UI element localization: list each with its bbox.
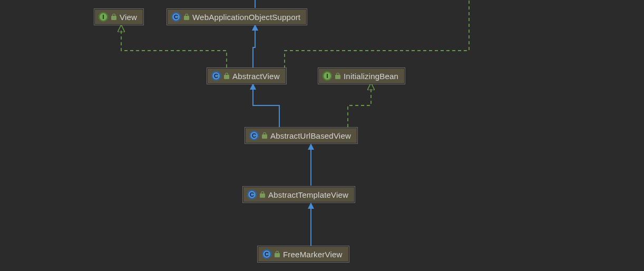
node-label: WebApplicationObjectSupport xyxy=(192,13,300,22)
node-label: View xyxy=(120,13,137,22)
node-label: FreeMarkerView xyxy=(283,250,343,259)
node-view[interactable]: I View xyxy=(94,8,144,25)
class-icon: C xyxy=(171,12,181,22)
node-abstract-view[interactable]: C AbstractView xyxy=(207,67,287,84)
node-abstract-url-based-view[interactable]: C AbstractUrlBasedView xyxy=(245,127,358,144)
interface-icon: I xyxy=(99,12,108,22)
node-label: AbstractTemplateView xyxy=(268,190,348,199)
class-diagram-canvas[interactable]: I View C WebApplicationObjectSupport C A… xyxy=(0,0,644,271)
lock-icon xyxy=(275,251,280,257)
class-icon: C xyxy=(262,249,271,259)
node-initializing-bean[interactable]: I InitializingBean xyxy=(318,67,405,84)
lock-icon xyxy=(335,73,340,79)
lock-icon xyxy=(224,73,229,79)
lock-icon xyxy=(262,132,267,139)
class-icon: C xyxy=(249,131,259,140)
lock-icon xyxy=(260,191,265,198)
node-label: AbstractView xyxy=(232,72,280,81)
lock-icon xyxy=(184,14,189,20)
node-free-marker-view[interactable]: C FreeMarkerView xyxy=(257,246,349,263)
node-label: InitializingBean xyxy=(344,72,398,81)
class-icon: C xyxy=(211,71,221,81)
node-label: AbstractUrlBasedView xyxy=(270,131,351,140)
node-abstract-template-view[interactable]: C AbstractTemplateView xyxy=(242,186,355,203)
interface-icon: I xyxy=(323,71,332,81)
lock-icon xyxy=(111,14,116,20)
class-icon: C xyxy=(247,190,257,199)
node-web-application-object-support[interactable]: C WebApplicationObjectSupport xyxy=(167,8,307,25)
